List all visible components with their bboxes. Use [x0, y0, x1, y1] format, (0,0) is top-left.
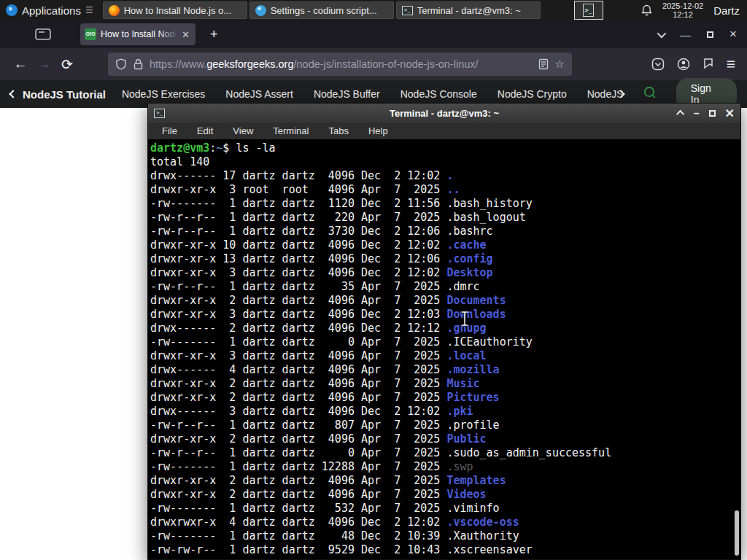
list-all-tabs-icon[interactable]: [657, 28, 667, 38]
terminal-scrollbar-thumb[interactable]: [735, 510, 739, 556]
terminal-line: -rw-r--r-- 1 dartz dartz 35 Apr 7 2025 .…: [150, 280, 740, 294]
terminal-line: drwxr-xr-x 3 root root 4096 Apr 7 2025 .…: [150, 183, 740, 197]
file-metadata: -rw-r--r-- 1 dartz dartz 0 Apr 7 2025: [150, 446, 446, 459]
clock-date: 2025-12-02: [662, 1, 703, 10]
url-prefix: https://www.: [150, 58, 206, 70]
nav-item[interactable]: NodeJS Console: [400, 88, 477, 100]
terminal-line: drwxr-xr-x 10 dartz dartz 4096 Dec 2 12:…: [150, 238, 740, 252]
nav-item-list: NodeJS ExercisesNodeJS AssertNodeJS Buff…: [122, 88, 634, 100]
pocket-save-icon[interactable]: [651, 58, 665, 71]
firefox-view-icon[interactable]: [32, 26, 54, 42]
terminal-icon: >_: [583, 4, 594, 17]
forward-button[interactable]: →: [32, 52, 55, 76]
file-metadata: drwxr-xr-x 13 dartz dartz 4096 Dec 2 12:…: [150, 252, 446, 265]
nav-item[interactable]: NodeJS Buffer: [314, 88, 380, 100]
file-metadata: -rw------- 1 dartz dartz 48 Dec 2 10:39: [150, 529, 446, 542]
terminal-line: -rw------- 1 dartz dartz 12288 Apr 7 202…: [150, 460, 740, 474]
terminal-menu-file[interactable]: File: [162, 125, 177, 136]
terminal-window: >_ Terminal - dartz@vm3: ~ – ✕ FileEditV…: [147, 103, 741, 560]
file-name: .dmrc: [446, 280, 479, 293]
notification-bell-icon[interactable]: [641, 4, 652, 16]
nav-back-item[interactable]: NodeJS Tutorial: [10, 88, 106, 101]
nav-next-button[interactable]: [618, 83, 637, 105]
terminal-menu-help[interactable]: Help: [368, 125, 388, 136]
file-metadata: -rw-r--r-- 1 dartz dartz 807 Apr 7 2025: [150, 419, 446, 432]
file-name: .xscreensaver: [446, 543, 532, 556]
tab-bar: GfG How to Install Node.js on ✕ + — ×: [0, 20, 747, 48]
file-metadata: -rw------- 1 dartz dartz 0 Apr 7 2025: [150, 335, 446, 349]
terminal-line: drwxr-xr-x 2 dartz dartz 4096 Apr 7 2025…: [150, 474, 740, 488]
account-icon[interactable]: [677, 58, 690, 71]
taskbar-window-label: Settings - codium script...: [271, 5, 377, 16]
file-name: .: [446, 169, 453, 182]
terminal-line: -rw------- 1 dartz dartz 532 Apr 7 2025 …: [150, 502, 740, 516]
window-button-list: How to Install Node.js o...Settings - co…: [98, 0, 541, 20]
file-name: .Xauthority: [446, 529, 519, 542]
taskbar-window-button[interactable]: >_Terminal - dartz@vm3: ~: [396, 1, 541, 19]
file-metadata: drwx------ 3 dartz dartz 4096 Dec 2 12:0…: [150, 405, 446, 418]
file-name: Public: [446, 432, 486, 446]
minimize-button[interactable]: —: [680, 28, 691, 41]
file-name: .cache: [446, 238, 486, 252]
terminal-line: -rw-r--r-- 1 dartz dartz 3730 Dec 2 12:0…: [150, 225, 740, 238]
terminal-maximize-button[interactable]: [709, 110, 716, 117]
terminal-menu-tabs[interactable]: Tabs: [328, 125, 348, 136]
terminal-output[interactable]: dartz@vm3:~$ ls -la total 140 drwx------…: [148, 139, 740, 559]
xubuntu-logo-icon: [6, 4, 18, 16]
prompt-command: ls -la: [236, 141, 275, 155]
reload-button[interactable]: ⟳: [55, 52, 79, 76]
terminal-line: drwx------ 3 dartz dartz 4096 Dec 2 12:0…: [150, 405, 740, 419]
terminal-minimize-button[interactable]: –: [694, 107, 700, 119]
terminal-menu-view[interactable]: View: [233, 125, 253, 136]
terminal-launcher[interactable]: >_: [574, 1, 603, 20]
file-name: .local: [446, 349, 486, 362]
terminal-close-button[interactable]: ✕: [725, 106, 735, 120]
file-metadata: -rw------- 1 dartz dartz 532 Apr 7 2025: [150, 502, 446, 515]
terminal-titlebar[interactable]: >_ Terminal - dartz@vm3: ~ – ✕: [148, 104, 740, 122]
maximize-button[interactable]: [707, 31, 713, 38]
url-text: https://www.geeksforgeeks.org/node-js/in…: [150, 58, 532, 70]
terminal-line: drwxr-xr-x 13 dartz dartz 4096 Dec 2 12:…: [150, 252, 740, 266]
panel-clock[interactable]: 2025-12-02 12:12: [662, 1, 703, 19]
tab-active[interactable]: GfG How to Install Node.js on ✕: [80, 23, 196, 45]
lock-icon[interactable]: [133, 58, 143, 70]
terminal-icon: >_: [402, 6, 413, 15]
terminal-line: -rw------- 1 dartz dartz 48 Dec 2 10:39 …: [150, 529, 740, 543]
url-bar[interactable]: https://www.geeksforgeeks.org/node-js/in…: [108, 52, 572, 76]
terminal-line: drwxr-xr-x 2 dartz dartz 4096 Apr 7 2025…: [150, 391, 740, 405]
reader-view-icon[interactable]: [538, 58, 549, 70]
panel-username[interactable]: Dartz: [713, 4, 740, 17]
file-metadata: drwxr-xr-x 2 dartz dartz 4096 Apr 7 2025: [150, 377, 446, 390]
terminal-line: drwxrwxr-x 4 dartz dartz 4096 Dec 2 12:0…: [150, 516, 740, 529]
terminal-window-controls: – ✕: [678, 106, 735, 120]
tab-close-icon[interactable]: ✕: [180, 29, 191, 40]
applications-menu[interactable]: Applications ☰: [0, 0, 98, 20]
file-metadata: -rw------- 1 dartz dartz 12288 Apr 7 202…: [150, 460, 446, 473]
new-tab-button[interactable]: +: [206, 27, 222, 42]
terminal-line: -rw-r--r-- 1 dartz dartz 0 Apr 7 2025 .s…: [150, 446, 740, 460]
tracking-protection-shield-icon[interactable]: [115, 58, 127, 70]
taskbar-window-button[interactable]: How to Install Node.js o...: [103, 1, 247, 19]
taskbar-window-button[interactable]: Settings - codium script...: [249, 1, 394, 19]
menu-hamburger-icon[interactable]: ≡: [727, 57, 735, 71]
file-metadata: drwxr-xr-x 2 dartz dartz 4096 Apr 7 2025: [150, 488, 446, 501]
site-search-button[interactable]: [643, 85, 657, 103]
terminal-menu-edit[interactable]: Edit: [197, 125, 213, 136]
panel-status-area: 2025-12-02 12:12 Dartz: [641, 1, 747, 19]
nav-item[interactable]: NodeJS Exercises: [122, 88, 205, 100]
terminal-line: -rw-r--r-- 1 dartz dartz 807 Apr 7 2025 …: [150, 419, 740, 432]
close-button[interactable]: ×: [729, 27, 737, 42]
bookmark-star-icon[interactable]: ☆: [555, 58, 565, 71]
nav-item[interactable]: NodeJS Assert: [225, 88, 293, 100]
terminal-menubar: FileEditViewTerminalTabsHelp: [148, 122, 740, 139]
url-domain: geeksforgeeks.org: [206, 58, 293, 70]
back-button[interactable]: ←: [9, 52, 32, 76]
file-metadata: drwxr-xr-x 2 dartz dartz 4096 Apr 7 2025: [150, 391, 446, 404]
file-name: .config: [446, 252, 492, 265]
terminal-line: drwxr-xr-x 2 dartz dartz 4096 Apr 7 2025…: [150, 294, 740, 308]
nav-item[interactable]: NodeJS Crypto: [498, 88, 567, 100]
terminal-menu-terminal[interactable]: Terminal: [273, 125, 309, 136]
extensions-icon[interactable]: [703, 58, 714, 71]
file-name: .swp: [446, 460, 473, 473]
search-icon: [643, 85, 657, 100]
